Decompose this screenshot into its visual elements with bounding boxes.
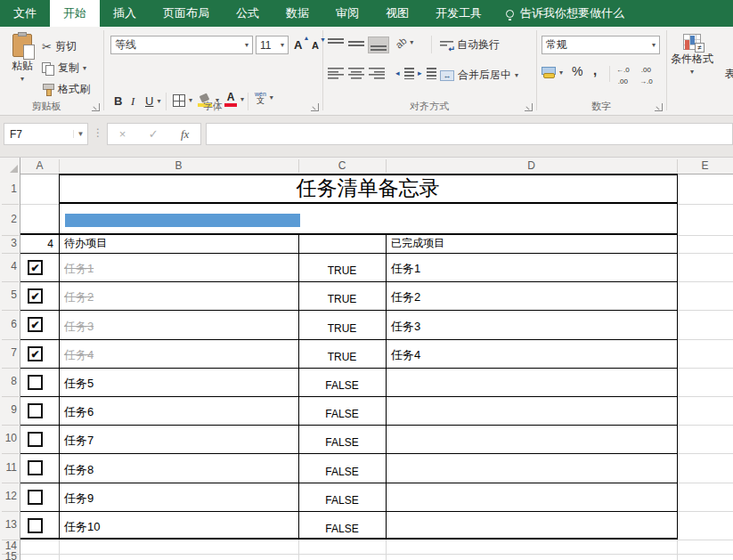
row-header-13[interactable]: 13 [0,518,17,531]
cell-D11-completed-task[interactable] [387,453,675,483]
row-header-12[interactable]: 12 [0,490,17,502]
task-checkbox-1[interactable] [28,260,43,275]
cell-D8-completed-task[interactable] [387,368,675,396]
number-format-select[interactable]: 常规 ▾ [542,36,660,54]
cell-B13-todo-task[interactable]: 任务10 [60,511,297,540]
col-header-A[interactable]: A [20,158,59,174]
row-header-10[interactable]: 10 [0,432,17,444]
cell-D10-completed-task[interactable] [387,425,675,453]
cancel-icon[interactable]: × [119,127,126,141]
cell-B9-todo-task[interactable]: 任务6 [60,396,297,425]
paste-button[interactable]: 粘贴 ▾ [5,34,39,83]
menu-tab-4[interactable]: 公式 [223,0,273,27]
task-checkbox-9[interactable] [28,490,43,505]
clipboard-dialog-launcher-icon[interactable] [92,103,100,111]
cell-D13-completed-task[interactable] [387,511,675,540]
row-header-2[interactable]: 2 [0,213,17,225]
formula-input[interactable] [206,123,733,145]
cell-C4-status[interactable]: TRUE [299,253,385,281]
cell-D6-completed-task[interactable]: 任务3 [387,310,675,339]
cell-B11-todo-task[interactable]: 任务8 [60,453,297,483]
cell-B4-todo-task[interactable]: 任务1 [60,253,297,281]
task-checkbox-4[interactable] [28,346,43,361]
menu-tab-1[interactable]: 开始 [50,0,100,27]
cell-D5-completed-task[interactable]: 任务2 [387,281,675,310]
row-header-15[interactable]: 15 [0,550,17,560]
wrap-text-button[interactable]: 自动换行 [440,37,500,53]
align-right-button[interactable] [369,68,385,79]
enter-icon[interactable]: ✓ [149,127,159,141]
align-left-button[interactable] [328,68,344,79]
format-painter-button[interactable]: 格式刷 [42,82,90,97]
col-header-E[interactable]: E [677,158,733,174]
cell-C6-status[interactable]: TRUE [299,310,385,339]
decrease-font-button[interactable]: A▼ [312,40,319,51]
cell-B7-todo-task[interactable]: 任务4 [60,339,297,368]
merge-center-button[interactable]: 合并后居中 ▾ [440,68,518,83]
row-header-7[interactable]: 7 [0,346,17,359]
number-dialog-launcher-icon[interactable] [655,103,663,111]
cell-C7-status[interactable]: TRUE [299,339,385,368]
percent-style-button[interactable]: % [572,64,582,78]
row-header-4[interactable]: 4 [0,260,17,272]
row-header-9[interactable]: 9 [0,403,17,416]
decrease-indent-button[interactable] [395,68,414,79]
cell-B12-todo-task[interactable]: 任务9 [60,483,297,511]
cell-C13-status[interactable]: FALSE [299,511,385,540]
cell-D12-completed-task[interactable] [387,483,675,511]
copy-button[interactable]: 复制 ▾ [42,61,86,76]
decrease-decimal-button[interactable]: .00 →.0 [639,66,653,85]
increase-font-button[interactable]: A▲ [294,38,302,52]
cell-C11-status[interactable]: FALSE [299,453,385,483]
menu-tab-0[interactable]: 文件 [0,0,50,27]
row-header-3[interactable]: 3 [0,237,17,249]
row-header-6[interactable]: 6 [0,318,17,330]
menu-tab-3[interactable]: 页面布局 [150,0,223,27]
drag-handle-icon[interactable]: ⋮ [93,126,103,139]
cell-D7-completed-task[interactable]: 任务4 [387,339,675,368]
cell-D4-completed-task[interactable]: 任务1 [387,253,675,281]
cell-B10-todo-task[interactable]: 任务7 [60,425,297,453]
cell-B5-todo-task[interactable]: 任务2 [60,281,297,310]
font-name-select[interactable]: 等线 ▾ [110,36,253,54]
comma-style-button[interactable]: , [593,62,597,77]
align-middle-button[interactable] [348,37,364,49]
cell-B8-todo-task[interactable]: 任务5 [60,368,297,396]
row-header-8[interactable]: 8 [0,375,17,387]
cut-button[interactable]: ✂ 剪切 [42,39,77,54]
row-header-1[interactable]: 1 [0,183,17,195]
format-as-table-button[interactable]: 套用 表格格式 [718,36,733,82]
conditional-formatting-button[interactable]: ≠ 条件格式 ▾ [668,34,716,76]
cell-C8-status[interactable]: FALSE [299,368,385,396]
cell-B6-todo-task[interactable]: 任务3 [60,310,297,339]
row-header-11[interactable]: 11 [0,461,17,474]
cell-D3-done-header[interactable]: 已完成项目 [387,235,675,252]
cell-D9-completed-task[interactable] [387,396,675,425]
font-size-select[interactable]: 11 ▾ [256,36,289,54]
cell-C5-status[interactable]: TRUE [299,281,385,310]
insert-function-icon[interactable]: fx [181,127,189,142]
menu-tab-2[interactable]: 插入 [100,0,150,27]
select-all-corner[interactable] [0,158,20,174]
col-header-D[interactable]: D [386,158,677,174]
menu-tab-7[interactable]: 视图 [372,0,422,27]
task-checkbox-7[interactable] [28,432,43,447]
col-header-C[interactable]: C [298,158,386,174]
name-box[interactable]: F7 ▼ [4,123,88,145]
cell-A3-completed-count[interactable]: 4 [20,235,58,252]
cell-B3-todo-header[interactable]: 待办项目 [60,235,297,252]
cell-C10-status[interactable]: FALSE [299,425,385,453]
chevron-down-icon[interactable]: ▼ [73,130,87,138]
increase-decimal-button[interactable]: ←.0 .00 [616,66,630,85]
alignment-dialog-launcher-icon[interactable] [525,103,533,111]
cell-C12-status[interactable]: FALSE [299,483,385,511]
font-dialog-launcher-icon[interactable] [311,103,319,111]
increase-indent-button[interactable] [418,68,436,79]
task-checkbox-5[interactable] [28,375,43,390]
col-header-B[interactable]: B [59,158,298,174]
cell-C9-status[interactable]: FALSE [299,396,385,425]
align-top-button[interactable] [328,37,344,49]
accounting-format-button[interactable]: ▾ [542,67,563,78]
menu-tab-8[interactable]: 开发工具 [422,0,495,27]
task-checkbox-10[interactable] [28,518,43,533]
